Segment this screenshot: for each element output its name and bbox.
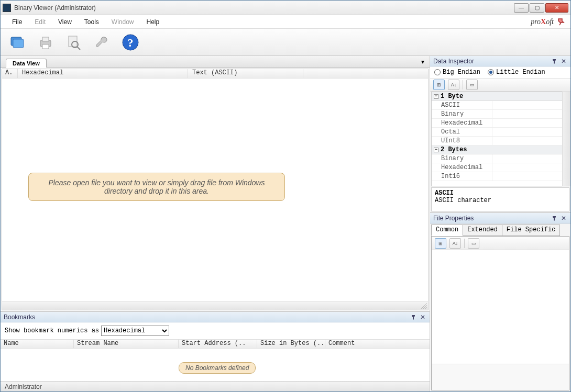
minimize-button[interactable]: — bbox=[514, 3, 529, 13]
app-window: Binary Viewer (Administrator) — ▢ ✕ File… bbox=[0, 0, 571, 392]
bm-col-name[interactable]: Name bbox=[1, 340, 74, 348]
alphabetical-icon[interactable]: A↓ bbox=[448, 80, 459, 90]
inspector-toolbar: ⊞ A↓ ▭ bbox=[430, 78, 570, 92]
col-address[interactable]: A. bbox=[2, 69, 18, 78]
data-view-panel: A. Hexadecimal Text (ASCII) Please open … bbox=[2, 69, 429, 310]
inspector-grid[interactable]: −1 Byte ASCII Binary Hexadecimal Octal U… bbox=[431, 92, 569, 186]
menubar: File Edit View Tools Window Help proXoft bbox=[1, 15, 570, 29]
endian-options: Big Endian Little Endian bbox=[430, 66, 570, 78]
bookmarks-toolbar: Show bookmark numerics as Hexadecimal bbox=[1, 322, 430, 339]
data-view-header: A. Hexadecimal Text (ASCII) bbox=[2, 69, 428, 79]
window-title: Binary Viewer (Administrator) bbox=[14, 4, 514, 12]
window-controls: — ▢ ✕ bbox=[514, 3, 568, 13]
inspector-title: Data Inspector bbox=[433, 58, 548, 65]
search-button[interactable] bbox=[63, 32, 84, 53]
inspector-description: ASCII ASCII character bbox=[431, 187, 569, 211]
collapse-icon[interactable]: − bbox=[434, 94, 438, 99]
close-icon[interactable]: ✕ bbox=[419, 313, 426, 321]
statusbar: Administrator bbox=[1, 381, 430, 391]
property-pages-icon[interactable]: ▭ bbox=[466, 80, 478, 90]
tab-common[interactable]: Common bbox=[431, 225, 463, 236]
bookmarks-header: Bookmarks ✕ bbox=[1, 312, 430, 322]
print-button[interactable] bbox=[35, 32, 56, 53]
fileprops-grid bbox=[432, 250, 569, 364]
tab-file-specific[interactable]: File Specific bbox=[502, 225, 561, 236]
data-view-body[interactable]: Please open file you want to view or sim… bbox=[2, 79, 428, 301]
settings-button[interactable] bbox=[92, 32, 113, 53]
titlebar: Binary Viewer (Administrator) — ▢ ✕ bbox=[1, 1, 570, 15]
app-icon bbox=[3, 4, 11, 12]
big-endian-radio[interactable]: Big Endian bbox=[434, 69, 480, 76]
fileprops-description bbox=[432, 364, 569, 390]
menu-file[interactable]: File bbox=[6, 16, 28, 28]
tabstrip-dropdown-icon[interactable]: ▾ bbox=[421, 58, 427, 64]
close-button[interactable]: ✕ bbox=[545, 3, 568, 13]
tab-data-view[interactable]: Data View bbox=[6, 59, 47, 68]
tab-extended[interactable]: Extended bbox=[463, 225, 502, 236]
data-inspector-panel: Data Inspector ✕ Big Endian Little Endia… bbox=[430, 56, 570, 213]
menu-edit[interactable]: Edit bbox=[28, 16, 52, 28]
dataview-tabstrip: Data View ▾ bbox=[1, 56, 430, 68]
menu-window[interactable]: Window bbox=[105, 16, 140, 28]
categorized-icon[interactable]: ⊞ bbox=[435, 238, 446, 249]
file-properties-panel: File Properties ✕ Common Extended File S… bbox=[430, 213, 570, 391]
drop-hint: Please open file you want to view or sim… bbox=[28, 173, 285, 201]
inspector-header: Data Inspector ✕ bbox=[430, 56, 570, 66]
bm-col-comment[interactable]: Comment bbox=[325, 340, 430, 348]
bm-col-stream[interactable]: Stream Name bbox=[74, 340, 179, 348]
pin-icon[interactable] bbox=[410, 313, 417, 321]
bookmark-format-label: Show bookmark numerics as bbox=[5, 327, 99, 334]
menu-help[interactable]: Help bbox=[140, 16, 166, 28]
bookmarks-columns: Name Stream Name Start Address (.. Size … bbox=[1, 339, 430, 349]
maximize-button[interactable]: ▢ bbox=[530, 3, 544, 13]
bookmarks-body: No Bookmarks defined bbox=[1, 349, 430, 381]
svg-rect-1 bbox=[13, 39, 24, 48]
no-bookmarks-hint: No Bookmarks defined bbox=[179, 362, 256, 374]
bookmark-format-select[interactable]: Hexadecimal bbox=[101, 326, 169, 336]
bookmarks-panel: Bookmarks ✕ Show bookmark numerics as He… bbox=[1, 311, 430, 381]
pin-icon[interactable] bbox=[551, 58, 558, 65]
alphabetical-icon[interactable]: A↓ bbox=[449, 238, 461, 249]
brand-logo: proXoft bbox=[531, 18, 557, 26]
property-pages-icon[interactable]: ▭ bbox=[468, 238, 479, 249]
pin-icon[interactable] bbox=[551, 215, 558, 222]
fileprops-toolbar: ⊞ A↓ ▭ bbox=[432, 237, 569, 250]
categorized-icon[interactable]: ⊞ bbox=[433, 80, 445, 90]
group-2-bytes: −2 Bytes bbox=[432, 145, 569, 154]
open-file-button[interactable] bbox=[7, 32, 28, 53]
fileprops-tabs: Common Extended File Specific bbox=[431, 225, 569, 236]
svg-text:?: ? bbox=[128, 36, 134, 49]
menu-view[interactable]: View bbox=[52, 16, 78, 28]
col-ascii[interactable]: Text (ASCII) bbox=[188, 69, 303, 78]
bm-col-start[interactable]: Start Address (.. bbox=[179, 340, 257, 348]
status-text: Administrator bbox=[5, 383, 42, 390]
collapse-icon[interactable]: − bbox=[434, 148, 438, 152]
data-view-footer bbox=[2, 301, 428, 310]
svg-rect-4 bbox=[42, 44, 49, 49]
little-endian-radio[interactable]: Little Endian bbox=[488, 69, 545, 76]
group-1-byte: −1 Byte bbox=[432, 92, 569, 101]
help-button[interactable]: ? bbox=[120, 32, 141, 53]
scrollbar[interactable] bbox=[562, 92, 570, 186]
main-toolbar: ? bbox=[1, 29, 570, 56]
close-icon[interactable]: ✕ bbox=[560, 215, 567, 222]
menu-tools[interactable]: Tools bbox=[78, 16, 105, 28]
fileprops-title: File Properties bbox=[433, 215, 548, 222]
close-icon[interactable]: ✕ bbox=[560, 58, 567, 65]
bookmarks-title: Bookmarks bbox=[4, 313, 408, 321]
svg-rect-3 bbox=[42, 37, 49, 41]
pushpin-icon[interactable] bbox=[557, 18, 565, 26]
fileprops-header: File Properties ✕ bbox=[430, 213, 570, 223]
svg-line-7 bbox=[77, 47, 80, 50]
bm-col-size[interactable]: Size in Bytes (.. bbox=[257, 340, 325, 348]
col-hex[interactable]: Hexadecimal bbox=[18, 69, 188, 78]
